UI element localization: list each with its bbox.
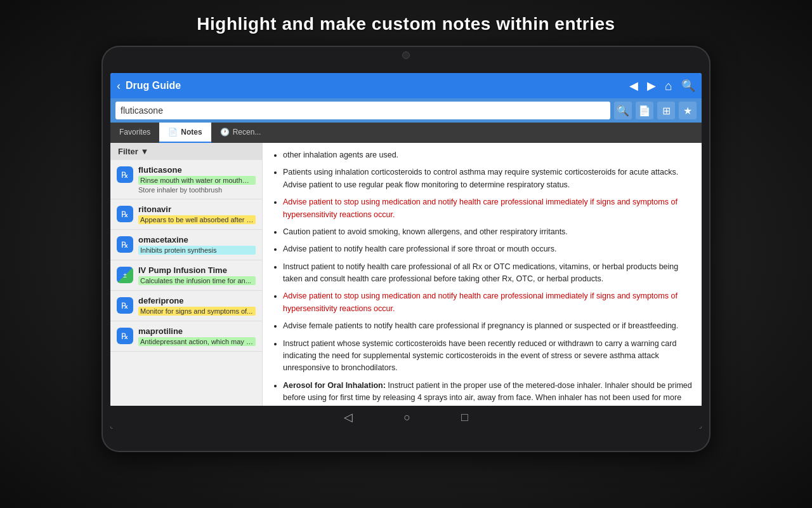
- search-input[interactable]: [115, 102, 610, 119]
- list-item[interactable]: ℞ ritonavir Appears to be well absorbed …: [110, 199, 262, 230]
- drug-name: ritonavir: [138, 204, 256, 214]
- drug-name: maprotiline: [138, 326, 256, 336]
- list-item: Advise patient to stop using medication …: [283, 290, 693, 315]
- list-item: Patients using inhalation corticosteroid…: [283, 166, 693, 191]
- item-text-ivpump: IV Pump Infusion Time Calculates the inf…: [138, 265, 256, 285]
- main-content: Filter ▼ ℞ fluticasone Rinse mouth with …: [110, 143, 702, 406]
- list-item: Advise female patients to notify health …: [283, 320, 693, 332]
- tool-icon-ivpump: ±: [117, 267, 133, 283]
- content-text: Instruct patient to notify health care p…: [283, 262, 678, 283]
- search-icon-btn[interactable]: 🔍: [614, 102, 632, 119]
- item-text-ritonavir: ritonavir Appears to be well absorbed af…: [138, 204, 256, 224]
- drug-icon-fluticasone: ℞: [117, 166, 133, 183]
- content-text: Caution patient to avoid smoking, known …: [283, 227, 568, 236]
- back-button[interactable]: ‹: [117, 79, 121, 93]
- content-text: Advise female patients to notify health …: [283, 321, 678, 330]
- nav-next-icon[interactable]: ▶: [647, 79, 656, 93]
- tab-recents[interactable]: 🕐 Recen...: [211, 123, 270, 143]
- drug-name: IV Pump Infusion Time: [138, 265, 256, 275]
- drug-name: omacetaxine: [138, 235, 256, 244]
- app-title: Drug Guide: [126, 80, 629, 91]
- content-area[interactable]: other inhalation agents are used. Patien…: [263, 143, 702, 406]
- list-item: Instruct patient whose systemic corticos…: [283, 338, 693, 375]
- tablet-shell: ‹ Drug Guide ◀ ▶ ⌂ 🔍 🔍 📄 ⊞ ★ Favorites 📄: [102, 46, 710, 452]
- content-text: Advise patient to notify health care pro…: [283, 244, 556, 253]
- highlight-text: Monitor for signs and symptoms of...: [138, 307, 256, 316]
- highlight-text: Antidepressant action, which may develo.…: [138, 337, 256, 346]
- highlight-text: Inhibits protein synthesis: [138, 246, 256, 255]
- bottom-nav: ◁ ○ □: [110, 406, 702, 429]
- top-bar: ‹ Drug Guide ◀ ▶ ⌂ 🔍: [110, 73, 702, 98]
- filter-label: Filter ▼: [118, 147, 148, 156]
- item-text-deferiprone: deferiprone Monitor for signs and sympto…: [138, 296, 256, 316]
- drug-icon-deferiprone: ℞: [117, 297, 133, 314]
- list-item[interactable]: ℞ fluticasone Rinse mouth with water or …: [110, 160, 262, 199]
- page-headline: Highlight and make custom notes within e…: [197, 0, 615, 46]
- content-text: Instruct patient whose systemic corticos…: [283, 339, 676, 373]
- content-text: Patients using inhalation corticosteroid…: [283, 168, 678, 189]
- list-item: Caution patient to avoid smoking, known …: [283, 226, 693, 238]
- highlight-text: Appears to be well absorbed after oral..…: [138, 215, 256, 224]
- nav-prev-icon[interactable]: ◀: [629, 79, 638, 93]
- nav-home-icon[interactable]: ○: [403, 411, 410, 424]
- app-screen: ‹ Drug Guide ◀ ▶ ⌂ 🔍 🔍 📄 ⊞ ★ Favorites 📄: [110, 73, 702, 429]
- drug-icon-maprotiline: ℞: [117, 328, 133, 344]
- tab-recents-label: Recen...: [233, 128, 261, 137]
- grid-icon-btn[interactable]: ⊞: [657, 102, 675, 119]
- sidebar: Filter ▼ ℞ fluticasone Rinse mouth with …: [110, 143, 263, 406]
- drug-icon-ritonavir: ℞: [117, 206, 133, 222]
- drug-name: fluticasone: [138, 165, 256, 175]
- home-icon[interactable]: ⌂: [665, 79, 672, 93]
- drug-name: deferiprone: [138, 296, 256, 305]
- document-icon-btn[interactable]: 📄: [636, 102, 653, 119]
- list-item[interactable]: ℞ deferiprone Monitor for signs and symp…: [110, 291, 262, 321]
- list-item[interactable]: ± IV Pump Infusion Time Calculates the i…: [110, 260, 262, 291]
- item-text-maprotiline: maprotiline Antidepressant action, which…: [138, 326, 256, 346]
- top-bar-icons: ◀ ▶ ⌂ 🔍: [629, 79, 695, 93]
- highlight-text: Rinse mouth with water or mouthwash...: [138, 176, 256, 185]
- content-text-red: Advise patient to stop using medication …: [283, 197, 678, 218]
- search-icon[interactable]: 🔍: [681, 79, 695, 93]
- nav-back-icon[interactable]: ◁: [344, 410, 353, 424]
- item-text-fluticasone: fluticasone Rinse mouth with water or mo…: [138, 165, 256, 194]
- tab-favorites-label: Favorites: [119, 128, 150, 137]
- list-item-aerosol: Aerosol for Oral Inhalation: Instruct pa…: [283, 380, 693, 406]
- tab-notes[interactable]: 📄 Notes: [159, 123, 211, 143]
- tab-bar: Favorites 📄 Notes 🕐 Recen...: [110, 123, 702, 143]
- drug-icon-omacetaxine: ℞: [117, 236, 133, 253]
- search-bar: 🔍 📄 ⊞ ★: [110, 98, 702, 123]
- nav-square-icon[interactable]: □: [461, 411, 468, 424]
- aerosol-bold: Aerosol for Oral Inhalation:: [283, 381, 386, 390]
- list-item: Advise patient to notify health care pro…: [283, 243, 693, 255]
- recents-icon: 🕐: [220, 128, 230, 137]
- list-item: other inhalation agents are used.: [283, 149, 693, 161]
- list-item: Instruct patient to notify health care p…: [283, 261, 693, 286]
- content-text: other inhalation agents are used.: [283, 150, 398, 159]
- notes-icon: 📄: [168, 128, 178, 137]
- tab-favorites[interactable]: Favorites: [110, 123, 159, 143]
- sidebar-items: ℞ fluticasone Rinse mouth with water or …: [110, 160, 262, 406]
- sub-text: Store inhaler by toothbrush: [138, 186, 256, 194]
- list-item: Advise patient to stop using medication …: [283, 196, 693, 221]
- sidebar-filter[interactable]: Filter ▼: [110, 143, 262, 160]
- highlight-text: Calculates the infusion time for an...: [138, 276, 256, 285]
- item-text-omacetaxine: omacetaxine Inhibits protein synthesis: [138, 235, 256, 255]
- list-item[interactable]: ℞ maprotiline Antidepressant action, whi…: [110, 321, 262, 352]
- content-text-red: Advise patient to stop using medication …: [283, 291, 678, 312]
- tab-notes-label: Notes: [181, 128, 202, 137]
- list-item[interactable]: ℞ omacetaxine Inhibits protein synthesis: [110, 230, 262, 260]
- star-icon-btn[interactable]: ★: [679, 102, 697, 119]
